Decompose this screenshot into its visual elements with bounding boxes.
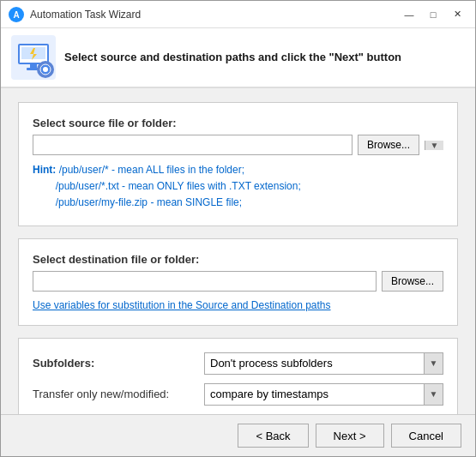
- hint-label: Hint:: [33, 164, 56, 176]
- transfer-select[interactable]: compare by timestamps compare by size al…: [205, 384, 424, 405]
- next-button[interactable]: Next >: [316, 424, 384, 448]
- source-input[interactable]: [33, 135, 352, 155]
- destination-input[interactable]: [33, 271, 377, 292]
- transfer-arrow: ▼: [424, 384, 443, 405]
- svg-text:A: A: [13, 10, 19, 20]
- source-dropdown-arrow[interactable]: ▼: [425, 141, 443, 150]
- destination-input-row: Browse...: [33, 271, 443, 292]
- cancel-button[interactable]: Cancel: [391, 424, 461, 448]
- transfer-row: Transfer only new/modified: compare by t…: [33, 383, 443, 406]
- subfolders-label: Subfolders:: [33, 357, 204, 370]
- window-title: Automation Task Wizard: [30, 9, 398, 21]
- subfolders-select[interactable]: Don't process subfolders Process subfold…: [205, 353, 424, 374]
- wizard-window: A Automation Task Wizard — □ ✕: [0, 0, 476, 457]
- source-section: Select source file or folder: Browse... …: [18, 102, 458, 226]
- header-title-area: Select source and destination paths and …: [64, 50, 401, 65]
- transfer-label: Transfer only new/modified:: [33, 388, 204, 400]
- close-button[interactable]: ✕: [446, 6, 468, 23]
- destination-label: Select destination file or folder:: [33, 253, 443, 266]
- minimize-button[interactable]: —: [398, 6, 420, 23]
- app-icon: A: [8, 6, 25, 23]
- title-bar: A Automation Task Wizard — □ ✕: [1, 1, 475, 28]
- source-input-row: Browse... ▼: [33, 135, 443, 155]
- options-section: Subfolders: Don't process subfolders Pro…: [18, 338, 458, 414]
- variables-link[interactable]: Use variables for substitution in the So…: [33, 299, 331, 311]
- header-title: Select source and destination paths and …: [64, 50, 401, 65]
- subfolders-dropdown[interactable]: Don't process subfolders Process subfold…: [204, 352, 443, 375]
- destination-section: Select destination file or folder: Brows…: [18, 238, 458, 326]
- subfolders-arrow: ▼: [424, 353, 443, 374]
- back-button[interactable]: < Back: [238, 424, 308, 448]
- header-logo: [11, 35, 56, 80]
- destination-browse-button[interactable]: Browse...: [382, 271, 443, 292]
- subfolders-row: Subfolders: Don't process subfolders Pro…: [33, 352, 443, 375]
- footer: < Back Next > Cancel: [1, 414, 475, 456]
- source-browse-button[interactable]: Browse...: [358, 135, 419, 155]
- main-content: Select source file or folder: Browse... …: [1, 88, 475, 414]
- source-label: Select source file or folder:: [33, 117, 443, 129]
- hint-block: Hint: /pub/user/* - mean ALL files in th…: [33, 162, 443, 212]
- window-controls: — □ ✕: [398, 6, 468, 23]
- hint-line-1: /pub/user/* - mean ALL files in the fold…: [33, 164, 301, 208]
- header-banner: Select source and destination paths and …: [1, 28, 475, 88]
- svg-point-11: [43, 67, 48, 72]
- maximize-button[interactable]: □: [422, 6, 444, 23]
- transfer-dropdown[interactable]: compare by timestamps compare by size al…: [204, 383, 443, 406]
